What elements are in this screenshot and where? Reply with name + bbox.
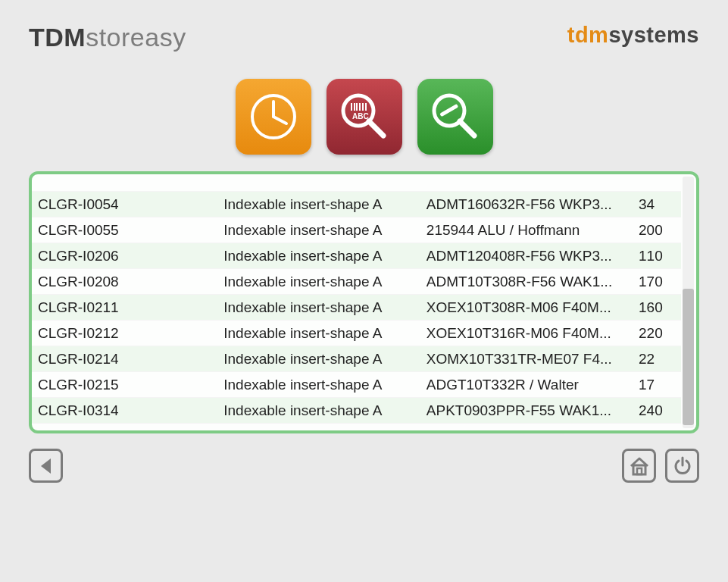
table-row[interactable]: CLGR-I0314Indexable insert-shape AAPKT09… — [32, 398, 681, 424]
table-row[interactable]: CLGR-I0211Indexable insert-shape AXOEX10… — [32, 295, 681, 321]
results-panel: CLGR-I0053Indexable insert RE1=4.0 ...HM… — [29, 171, 699, 433]
power-icon — [673, 456, 692, 476]
cell-code: CLGR-I0215 — [32, 372, 217, 398]
svg-line-11 — [369, 121, 383, 136]
tool-search-button[interactable] — [417, 79, 493, 155]
brand-logo: tdmsystems — [567, 23, 699, 48]
footer-right — [622, 449, 699, 483]
cell-code: CLGR-I0214 — [32, 346, 217, 372]
back-button[interactable] — [29, 449, 63, 483]
svg-marker-15 — [41, 458, 51, 474]
scrollbar[interactable] — [683, 177, 694, 428]
app-logo-light: storeasy — [86, 23, 186, 52]
cell-code: CLGR-I0206 — [32, 243, 217, 269]
power-button[interactable] — [665, 449, 699, 483]
table-row[interactable]: CLGR-I0208Indexable insert-shape AADMT10… — [32, 269, 681, 295]
cell-qty: 34 — [633, 192, 681, 217]
history-button[interactable] — [236, 79, 311, 155]
cell-code: CLGR-I0208 — [32, 269, 217, 295]
back-icon — [39, 457, 54, 475]
table-row[interactable]: CLGR-I0054Indexable insert-shape AADMT16… — [32, 192, 681, 217]
home-icon — [629, 456, 650, 476]
brand-logo-dark: systems — [608, 23, 699, 47]
cell-desc: ADGT10T332R / Walter — [420, 372, 633, 398]
cell-code: CLGR-I0055 — [32, 217, 217, 243]
cell-code: CLGR-I0314 — [32, 398, 217, 424]
cell-desc: XOMX10T331TR-ME07 F4... — [420, 346, 633, 372]
table-row[interactable]: CLGR-I0214Indexable insert-shape AXOMX10… — [32, 346, 681, 372]
results-table: CLGR-I0053Indexable insert RE1=4.0 ...HM… — [32, 174, 681, 430]
cell-qty: 17 — [633, 372, 681, 398]
cell-qty: 150 — [633, 424, 681, 431]
table-row[interactable]: CLGR-I0315Indexable insert-shape AADMT16… — [32, 424, 681, 431]
cell-code: CLGR-I0212 — [32, 321, 217, 346]
cell-qty: 220 — [633, 321, 681, 346]
clock-icon — [248, 92, 298, 142]
cell-name: Indexable insert-shape A — [217, 321, 420, 346]
cell-desc: ADMT120408R-F56 WKP3... — [420, 243, 633, 269]
cell-code: CLGR-I0315 — [32, 424, 217, 431]
app-logo: TDMstoreasy — [29, 23, 186, 52]
footer — [29, 449, 699, 483]
cell-desc: ADMT10T308R-F56 WAK1... — [420, 269, 633, 295]
table-row[interactable]: CLGR-I0053Indexable insert RE1=4.0 ...HM… — [32, 174, 681, 192]
cell-qty: 240 — [633, 398, 681, 424]
cell-desc: XOEX10T316R-M06 F40M... — [420, 321, 633, 346]
cell-desc: 215944 ALU / Hoffmann — [420, 217, 633, 243]
cell-name: Indexable insert-shape A — [217, 372, 420, 398]
svg-rect-13 — [439, 104, 458, 117]
cell-desc: HM90 ADKT 190340-PDR I... — [420, 174, 633, 192]
table-row[interactable]: CLGR-I0206Indexable insert-shape AADMT12… — [32, 243, 681, 269]
cell-qty: 160 — [633, 295, 681, 321]
cell-name: Indexable insert-shape A — [217, 295, 420, 321]
cell-qty: 170 — [633, 269, 681, 295]
cell-desc: ADMT160632R-F56 WKP3... — [420, 192, 633, 217]
svg-rect-16 — [633, 465, 645, 474]
cell-qty: 22 — [633, 346, 681, 372]
svg-line-2 — [273, 117, 286, 124]
cell-name: Indexable insert-shape A — [217, 243, 420, 269]
cell-desc: ADMT160608R-G56 WKP... — [420, 424, 633, 431]
cell-qty: 200 — [633, 217, 681, 243]
barcode-search-button[interactable]: ABC — [327, 79, 402, 155]
cell-code: CLGR-I0054 — [32, 192, 217, 217]
svg-rect-17 — [637, 468, 642, 474]
cell-name: Indexable insert-shape A — [217, 398, 420, 424]
cell-name: Indexable insert-shape A — [217, 424, 420, 431]
tool-search-icon — [429, 90, 482, 143]
brand-logo-color: tdm — [567, 23, 609, 47]
results-table-wrap: CLGR-I0053Indexable insert RE1=4.0 ...HM… — [32, 174, 696, 430]
cell-name: Indexable insert-shape A — [217, 346, 420, 372]
cell-code: CLGR-I0211 — [32, 295, 217, 321]
table-row[interactable]: CLGR-I0055Indexable insert-shape A215944… — [32, 217, 681, 243]
cell-name: Indexable insert RE1=4.0 ... — [217, 174, 420, 192]
cell-qty: 110 — [633, 243, 681, 269]
cell-name: Indexable insert-shape A — [217, 269, 420, 295]
cell-qty: 150 — [633, 174, 681, 192]
action-bar: ABC — [29, 79, 699, 155]
table-row[interactable]: CLGR-I0212Indexable insert-shape AXOEX10… — [32, 321, 681, 346]
barcode-search-icon: ABC — [338, 90, 391, 143]
header: TDMstoreasy tdmsystems — [29, 23, 699, 52]
cell-name: Indexable insert-shape A — [217, 217, 420, 243]
scrollbar-thumb[interactable] — [683, 289, 694, 425]
cell-desc: XOEX10T308R-M06 F40M... — [420, 295, 633, 321]
cell-code: CLGR-I0053 — [32, 174, 217, 192]
svg-line-14 — [460, 121, 474, 136]
cell-desc: APKT0903PPR-F55 WAK1... — [420, 398, 633, 424]
svg-text:ABC: ABC — [352, 112, 369, 120]
table-row[interactable]: CLGR-I0215Indexable insert-shape AADGT10… — [32, 372, 681, 398]
app-logo-bold: TDM — [29, 23, 86, 52]
home-button[interactable] — [622, 449, 656, 483]
cell-name: Indexable insert-shape A — [217, 192, 420, 217]
